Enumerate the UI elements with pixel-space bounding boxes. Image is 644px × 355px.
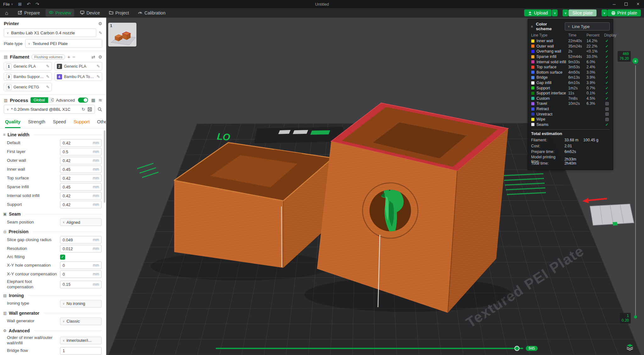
plate-type-select[interactable]: ∨ Textured PEI Plate — [25, 39, 102, 48]
process-scope-switch[interactable]: Global Objects — [31, 97, 54, 103]
display-checkbox[interactable]: ✓ — [605, 44, 608, 48]
param-tab-strength[interactable]: Strength — [28, 119, 45, 128]
display-checkbox[interactable]: ✓ — [605, 70, 608, 74]
collapse-panel-icon[interactable]: « — [530, 25, 535, 27]
tab-project[interactable]: Project — [106, 9, 132, 17]
filament-slot[interactable]: 5Generic PETG✎ — [4, 83, 52, 91]
display-checkbox[interactable]: ✓ — [605, 49, 608, 53]
layers-icon[interactable] — [626, 343, 634, 351]
home-icon[interactable]: ⌂ — [5, 10, 8, 16]
close-button[interactable]: × — [632, 0, 644, 8]
sidebar-scrollbar[interactable] — [104, 130, 105, 203]
display-checkbox[interactable]: ✓ — [605, 123, 608, 127]
layer-slider-bottom-handle[interactable] — [634, 315, 637, 318]
edit-filament-icon[interactable]: ✎ — [97, 74, 100, 79]
objects-segment[interactable]: Objects — [48, 97, 54, 103]
display-checkbox[interactable]: ✓ — [605, 91, 608, 95]
param-input[interactable]: 0.42mm — [60, 201, 102, 208]
param-select[interactable]: ∨No ironing — [60, 300, 102, 307]
filament-color-swatch[interactable]: 1 — [6, 64, 12, 69]
param-input[interactable]: 0mm — [60, 270, 102, 278]
param-input[interactable]: 0.5mm — [60, 148, 102, 155]
edit-filament-icon[interactable]: ✎ — [46, 85, 50, 89]
param-input[interactable]: 0mm — [60, 262, 102, 269]
moves-slider-track[interactable] — [216, 348, 523, 349]
compare-presets-icon[interactable]: ≋ — [98, 98, 102, 103]
filament-color-swatch[interactable]: 3 — [6, 74, 12, 80]
display-checkbox[interactable]: ✓ — [605, 86, 608, 90]
slice-plate-button[interactable]: Slice plate — [569, 9, 597, 16]
remove-filament-button[interactable]: − — [72, 54, 75, 59]
print-plate-button[interactable]: Print plate — [608, 9, 641, 16]
filament-slot[interactable]: 1Generic PLA✎ — [4, 62, 52, 70]
viewport-3d[interactable]: LO Textured PEI Plate — [106, 18, 644, 355]
moves-slider-handle[interactable] — [514, 346, 519, 351]
param-select[interactable]: ∨Classic — [60, 318, 102, 325]
param-input[interactable]: 0.42mm — [60, 157, 102, 164]
param-tab-quality[interactable]: Quality — [5, 119, 20, 128]
param-select[interactable]: ∨inner/outer/i... — [60, 337, 102, 344]
param-input[interactable]: 0.45mm — [60, 166, 102, 173]
plate-thumbnail[interactable]: 1 — [108, 23, 136, 47]
param-checkbox[interactable]: ✓ — [60, 255, 65, 260]
view-type-select[interactable]: ∨ Line Type — [565, 22, 610, 31]
display-checkbox[interactable]: ✓ — [605, 81, 608, 85]
filament-slot[interactable]: 3Bambu Support For P...✎ — [4, 72, 52, 81]
param-input[interactable]: 0.45mm — [60, 183, 102, 191]
slice-dropdown[interactable]: ∨ — [563, 9, 568, 16]
layer-slider-handle[interactable]: + — [632, 58, 638, 64]
reset-preset-icon[interactable]: ↻ — [81, 107, 85, 112]
printer-settings-icon[interactable]: ⚙ — [98, 21, 102, 26]
filament-color-swatch[interactable]: 2 — [57, 64, 62, 69]
minimize-button[interactable]: ─ — [608, 0, 620, 8]
filament-slot[interactable]: 2Generic PLA✎ — [54, 62, 103, 70]
param-tab-speed[interactable]: Speed — [53, 119, 66, 128]
display-checkbox[interactable]: ✓ — [605, 55, 608, 59]
edit-filament-icon[interactable]: ✎ — [46, 64, 50, 69]
param-input[interactable]: 0.012mm — [60, 245, 102, 252]
upload-button[interactable]: Upload — [524, 9, 552, 16]
tab-device[interactable]: Device — [77, 9, 103, 17]
edit-filament-icon[interactable]: ✎ — [46, 74, 50, 79]
display-checkbox[interactable]: ✓ — [605, 60, 608, 64]
param-input[interactable]: 0.42mm — [60, 174, 102, 182]
display-checkbox[interactable] — [605, 102, 609, 105]
view-list-icon[interactable]: ▦ — [91, 98, 95, 103]
display-checkbox[interactable]: ✓ — [605, 65, 608, 69]
search-preset-icon[interactable] — [97, 107, 102, 112]
global-segment[interactable]: Global — [31, 97, 48, 103]
param-select[interactable]: ∨Aligned — [60, 218, 102, 226]
param-tab-support[interactable]: Support — [74, 119, 90, 128]
param-input[interactable]: 0.049mm — [60, 236, 102, 244]
display-checkbox[interactable] — [605, 118, 609, 121]
printer-select[interactable]: ∨ Bambu Lab X1 Carbon 0.4 nozzle — [4, 28, 96, 37]
param-input[interactable]: 0.15mm — [60, 281, 102, 288]
param-input[interactable]: 0.42mm — [60, 192, 102, 200]
param-input[interactable]: 1 — [60, 347, 102, 355]
tab-prepare[interactable]: Prepare — [14, 9, 43, 17]
file-menu[interactable]: File ∨ — [3, 2, 13, 7]
param-input[interactable]: 0.42mm — [60, 139, 102, 147]
print-dropdown[interactable]: ∨ — [602, 9, 607, 16]
display-checkbox[interactable] — [605, 107, 609, 111]
tab-preview[interactable]: Preview — [46, 9, 74, 17]
save-preset-icon[interactable] — [87, 107, 92, 112]
tab-calibration[interactable]: Calibration — [135, 9, 169, 17]
display-checkbox[interactable]: ✓ — [605, 76, 608, 79]
undo-icon[interactable]: ↶ — [27, 2, 31, 7]
new-project-icon[interactable]: ⊞ — [18, 2, 22, 7]
advanced-toggle[interactable] — [78, 98, 88, 103]
filament-slot[interactable]: 4Bambu PLA Tough✎ — [54, 72, 103, 81]
flushing-volumes-button[interactable]: Flushing volumes — [31, 54, 65, 59]
filament-color-swatch[interactable]: 5 — [6, 84, 12, 90]
filament-color-swatch[interactable]: 4 — [57, 74, 62, 80]
edit-printer-icon[interactable]: ✎ — [99, 31, 102, 35]
add-filament-button[interactable]: + — [67, 54, 70, 59]
maximize-button[interactable] — [620, 0, 632, 8]
layer-slider-track[interactable] — [635, 65, 636, 316]
edit-filament-icon[interactable]: ✎ — [97, 64, 100, 69]
display-checkbox[interactable]: ✓ — [605, 39, 608, 43]
redo-icon[interactable]: ↷ — [36, 2, 39, 7]
moves-slider[interactable]: 945 — [216, 346, 533, 351]
process-preset-select[interactable]: ∨ * 0.20mm Standard @BBL X1C ↻ — [4, 105, 95, 114]
